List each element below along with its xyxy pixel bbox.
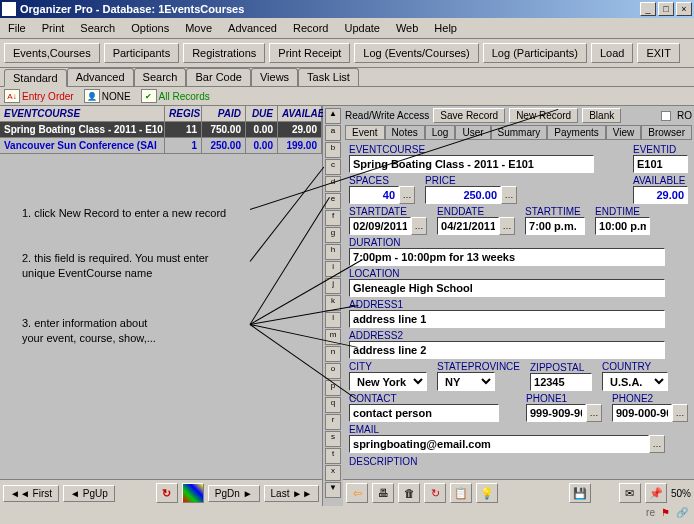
eventcourse-field[interactable] (349, 155, 594, 173)
pin-icon[interactable]: 📌 (645, 483, 667, 503)
stub-q[interactable]: q (325, 397, 341, 413)
stub-r[interactable]: r (325, 414, 341, 430)
col-regis[interactable]: REGIS (165, 106, 202, 121)
menu-search[interactable]: Search (76, 20, 119, 36)
tab-payments[interactable]: Payments (547, 125, 605, 140)
col-paid[interactable]: PAID (202, 106, 246, 121)
stub-n[interactable]: n (325, 346, 341, 362)
zip-field[interactable] (530, 373, 592, 391)
stub-down[interactable]: ▼ (325, 482, 341, 498)
city-select[interactable]: New York (349, 372, 427, 391)
delete-icon[interactable]: 🗑 (398, 483, 420, 503)
tab-view[interactable]: View (606, 125, 642, 140)
table-row[interactable]: Spring Boating Class - 2011 - E10 11 750… (0, 122, 322, 138)
participants-button[interactable]: Participants (104, 43, 179, 63)
tab-views[interactable]: Views (251, 68, 298, 86)
endtime-field[interactable] (595, 217, 650, 235)
log-events-button[interactable]: Log (Events/Courses) (354, 43, 478, 63)
blank-button[interactable]: Blank (582, 108, 621, 123)
maximize-button[interactable]: □ (658, 2, 674, 16)
duration-field[interactable] (349, 248, 665, 266)
tab-standard[interactable]: Standard (4, 69, 67, 87)
stub-h[interactable]: h (325, 244, 341, 260)
exit-button[interactable]: EXIT (637, 43, 679, 63)
ro-checkbox[interactable] (661, 111, 671, 121)
refresh2-icon[interactable]: ↻ (424, 483, 446, 503)
contact-field[interactable] (349, 404, 499, 422)
all-records-icon[interactable]: ✔ (141, 89, 157, 103)
phone1-field[interactable] (526, 404, 586, 422)
phone2-picker[interactable]: … (672, 404, 688, 422)
new-record-button[interactable]: New Record (509, 108, 578, 123)
starttime-field[interactable] (525, 217, 585, 235)
location-field[interactable] (349, 279, 665, 297)
startdate-picker[interactable]: … (411, 217, 427, 235)
tab-tasklist[interactable]: Task List (298, 68, 359, 86)
close-button[interactable]: × (676, 2, 692, 16)
pgdn-button[interactable]: PgDn ► (208, 485, 260, 502)
stub-c[interactable]: c (325, 159, 341, 175)
filter-icon[interactable]: 👤 (84, 89, 100, 103)
tab-browser[interactable]: Browser (641, 125, 692, 140)
enddate-picker[interactable]: … (499, 217, 515, 235)
tab-event[interactable]: Event (345, 125, 385, 140)
tab-advanced[interactable]: Advanced (67, 68, 134, 86)
stub-e[interactable]: e (325, 193, 341, 209)
sort-icon[interactable]: A↓ (4, 89, 20, 103)
stub-d[interactable]: d (325, 176, 341, 192)
stub-m[interactable]: m (325, 329, 341, 345)
first-button[interactable]: ◄◄ First (3, 485, 59, 502)
col-avail[interactable]: AVAILABL (278, 106, 322, 121)
stub-f[interactable]: f (325, 210, 341, 226)
table-row[interactable]: Vancouver Sun Conference (SAI 1 250.00 0… (0, 138, 322, 154)
stub-b[interactable]: b (325, 142, 341, 158)
back-arrow-icon[interactable]: ⇦ (346, 483, 368, 503)
startdate-field[interactable] (349, 217, 411, 235)
phone1-picker[interactable]: … (586, 404, 602, 422)
stub-s[interactable]: s (325, 431, 341, 447)
email-field[interactable] (349, 435, 649, 453)
address1-field[interactable] (349, 310, 665, 328)
stub-i[interactable]: i (325, 261, 341, 277)
grid-color-icon[interactable] (182, 483, 204, 503)
stub-t[interactable]: t (325, 448, 341, 464)
save-record-button[interactable]: Save Record (433, 108, 505, 123)
events-courses-button[interactable]: Events,Courses (4, 43, 100, 63)
minimize-button[interactable]: _ (640, 2, 656, 16)
refresh-icon[interactable]: ↻ (156, 483, 178, 503)
menu-file[interactable]: File (4, 20, 30, 36)
print-receipt-button[interactable]: Print Receipt (269, 43, 350, 63)
price-picker[interactable]: … (501, 186, 517, 204)
menu-web[interactable]: Web (392, 20, 422, 36)
stub-g[interactable]: g (325, 227, 341, 243)
menu-options[interactable]: Options (127, 20, 173, 36)
log-participants-button[interactable]: Log (Participants) (483, 43, 587, 63)
export-icon[interactable]: 💾 (569, 483, 591, 503)
tab-summary[interactable]: Summary (491, 125, 548, 140)
menu-move[interactable]: Move (181, 20, 216, 36)
col-due[interactable]: DUE (246, 106, 278, 121)
stub-up[interactable]: ▲ (325, 108, 341, 124)
eventid-field[interactable] (633, 155, 688, 173)
email-picker[interactable]: … (649, 435, 665, 453)
available-field[interactable] (633, 186, 688, 204)
stub-o[interactable]: o (325, 363, 341, 379)
stub-a[interactable]: a (325, 125, 341, 141)
spaces-picker[interactable]: … (399, 186, 415, 204)
tab-user[interactable]: User (455, 125, 490, 140)
tab-barcode[interactable]: Bar Code (186, 68, 250, 86)
phone2-field[interactable] (612, 404, 672, 422)
mail-icon[interactable]: ✉ (619, 483, 641, 503)
menu-print[interactable]: Print (38, 20, 69, 36)
bulb-icon[interactable]: 💡 (476, 483, 498, 503)
tab-search[interactable]: Search (134, 68, 187, 86)
price-field[interactable] (425, 186, 501, 204)
stub-x[interactable]: x (325, 465, 341, 481)
copy-icon[interactable]: 📋 (450, 483, 472, 503)
tab-notes[interactable]: Notes (385, 125, 425, 140)
col-eventcourse[interactable]: EVENTCOURSE (0, 106, 165, 121)
stub-p[interactable]: p (325, 380, 341, 396)
stub-l[interactable]: l (325, 312, 341, 328)
stub-j[interactable]: j (325, 278, 341, 294)
enddate-field[interactable] (437, 217, 499, 235)
